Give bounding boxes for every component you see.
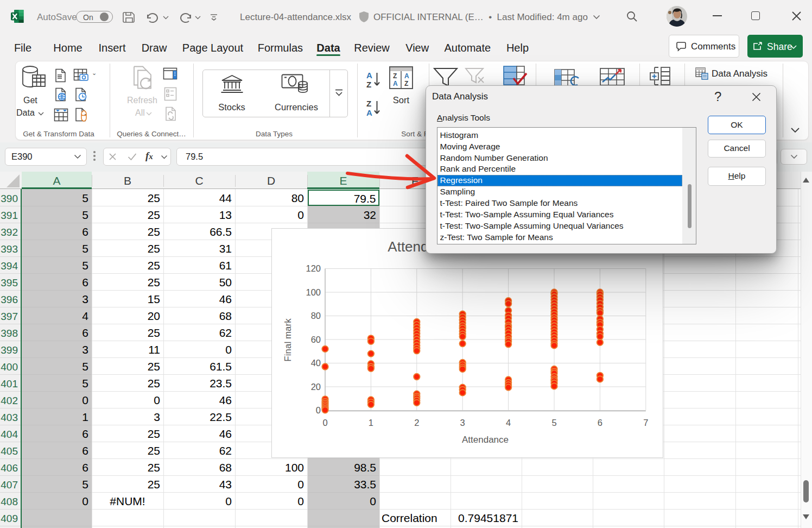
svg-text:Final mark: Final mark [283,318,293,362]
svg-text:0: 0 [316,405,321,415]
svg-text:20: 20 [311,382,321,392]
svg-text:40: 40 [311,358,321,368]
svg-text:120: 120 [306,263,321,273]
svg-text:6: 6 [598,418,602,428]
svg-text:Z: Z [404,80,408,87]
svg-text:A: A [404,72,409,80]
svg-text:A: A [366,71,372,80]
svg-text:80: 80 [311,311,321,320]
svg-text:A: A [393,80,398,87]
svg-text:2: 2 [414,418,419,428]
svg-text:Z: Z [366,99,371,108]
svg-text:Z: Z [393,72,397,80]
svg-text:4: 4 [506,418,511,428]
svg-text:3: 3 [460,418,465,428]
svg-text:7: 7 [643,418,648,428]
svg-text:0: 0 [322,418,327,428]
svg-text:1: 1 [369,418,373,428]
svg-text:60: 60 [311,335,321,344]
svg-text:5: 5 [551,418,556,428]
svg-text:Attendance: Attendance [462,435,509,445]
svg-text:Z: Z [366,80,371,89]
svg-text:100: 100 [306,287,321,297]
svg-text:A: A [366,108,372,117]
